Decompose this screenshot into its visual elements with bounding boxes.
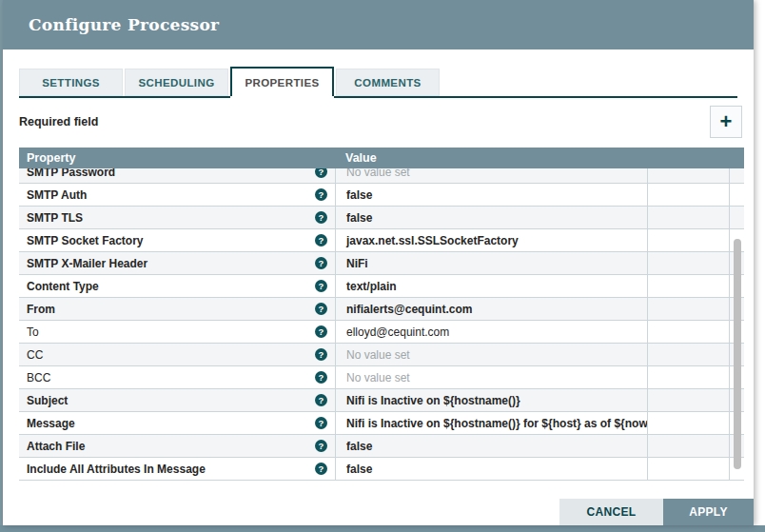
help-icon[interactable]: ? (315, 417, 327, 429)
property-value-cell[interactable]: elloyd@cequint.com (335, 321, 647, 343)
property-value: text/plain (346, 280, 397, 293)
property-value-cell[interactable]: No value set (335, 344, 647, 365)
dialog-body: SETTINGSSCHEDULINGPROPERTIESCOMMENTS Req… (3, 69, 754, 481)
table-row: CC ? No value set (19, 344, 744, 366)
value-column-header: Value (335, 151, 377, 165)
property-name: SMTP TLS (27, 211, 83, 225)
table-row: BCC ? No value set (19, 366, 744, 389)
help-icon[interactable]: ? (315, 234, 327, 246)
property-value-cell[interactable]: No value set (335, 168, 647, 183)
property-name: SMTP Password (27, 168, 115, 179)
row-extra-cell (647, 458, 730, 480)
help-icon[interactable]: ? (315, 303, 327, 315)
property-value-cell[interactable]: text/plain (335, 275, 647, 297)
configure-processor-dialog: Configure Processor SETTINGSSCHEDULINGPR… (3, 0, 754, 525)
property-name: Include All Attributes In Message (27, 463, 206, 476)
property-value: Nifi is Inactive on ${hostname()} for ${… (346, 417, 647, 430)
property-name-cell: CC ? (19, 344, 335, 365)
row-extra-cell (647, 389, 730, 411)
property-value-cell[interactable]: No value set (335, 366, 647, 388)
property-value-cell[interactable]: false (335, 435, 647, 457)
property-name: From (27, 303, 55, 316)
tab-bar: SETTINGSSCHEDULINGPROPERTIESCOMMENTS (19, 69, 737, 98)
row-extra-cell (647, 298, 730, 320)
property-value: NiFi (346, 257, 368, 270)
tab-comments[interactable]: COMMENTS (336, 69, 440, 96)
property-name: Message (27, 417, 75, 430)
table-row: SMTP Socket Factory ? javax.net.ssl.SSLS… (19, 229, 744, 252)
property-name-cell: SMTP Auth ? (19, 184, 335, 206)
help-icon[interactable]: ? (315, 440, 327, 452)
property-name-cell: Content Type ? (19, 275, 335, 297)
help-icon[interactable]: ? (315, 325, 327, 338)
properties-toolbar: Required field + (19, 103, 737, 141)
property-value: false (346, 463, 372, 476)
table-row: To ? elloyd@cequint.com (19, 321, 744, 344)
row-extra-cell (647, 366, 730, 388)
property-name-cell: SMTP Password ? (19, 168, 335, 183)
property-name-cell: Attach File ? (19, 435, 335, 457)
property-value-cell[interactable]: nifialerts@cequint.com (335, 298, 647, 320)
table-row: Content Type ? text/plain (19, 275, 744, 298)
table-row: Message ? Nifi is Inactive on ${hostname… (19, 412, 744, 435)
property-value-cell[interactable]: Nifi is Inactive on ${hostname()} for ${… (335, 412, 647, 434)
help-icon[interactable]: ? (315, 348, 327, 361)
add-property-button[interactable]: + (710, 106, 742, 138)
tab-settings[interactable]: SETTINGS (19, 69, 123, 96)
table-row: Subject ? Nifi is Inactive on ${hostname… (19, 389, 744, 412)
property-value-cell[interactable]: false (335, 458, 647, 480)
row-extra-cell (647, 207, 730, 228)
apply-button[interactable]: APPLY (663, 499, 754, 525)
properties-table-header: Property Value (19, 148, 744, 168)
property-name-cell: SMTP Socket Factory ? (19, 229, 335, 251)
help-icon[interactable]: ? (315, 371, 327, 384)
property-value-cell[interactable]: javax.net.ssl.SSLSocketFactory (335, 229, 647, 251)
row-extra-cell (647, 168, 730, 183)
row-extra-cell (647, 229, 730, 251)
table-row: Attach File ? false (19, 435, 744, 458)
property-name: To (27, 325, 39, 339)
property-value-cell[interactable]: NiFi (335, 252, 647, 274)
property-value: javax.net.ssl.SSLSocketFactory (346, 234, 519, 247)
property-name-cell: SMTP TLS ? (19, 207, 335, 228)
tab-properties[interactable]: PROPERTIES (230, 67, 334, 96)
tab-scheduling[interactable]: SCHEDULING (125, 69, 228, 96)
plus-icon: + (720, 111, 733, 132)
property-name-cell: Message ? (19, 412, 335, 434)
property-name: Attach File (27, 440, 85, 453)
property-value: No value set (346, 168, 410, 179)
row-extra-cell (647, 412, 730, 434)
background-page-bottom-edge (0, 525, 765, 532)
help-icon[interactable]: ? (315, 211, 327, 224)
table-row: SMTP Password ? No value set (19, 168, 744, 184)
property-value: false (346, 188, 372, 202)
property-name-cell: BCC ? (19, 366, 335, 388)
property-name-cell: Subject ? (19, 389, 335, 411)
help-icon[interactable]: ? (315, 280, 327, 292)
dialog-footer: CANCEL APPLY (559, 499, 754, 525)
required-field-legend: Required field (19, 115, 98, 128)
property-name: SMTP Auth (27, 188, 87, 202)
property-value-cell[interactable]: false (335, 184, 647, 206)
row-extra-cell (647, 344, 730, 365)
properties-table-body: SMTP Password ? No value set SMTP Auth ?… (19, 168, 744, 481)
row-extra-cell (647, 252, 730, 274)
property-name: SMTP X-Mailer Header (27, 257, 147, 270)
cancel-button[interactable]: CANCEL (559, 499, 663, 525)
property-name-cell: Include All Attributes In Message ? (19, 458, 335, 480)
row-extra-cell (647, 275, 730, 297)
property-value: Nifi is Inactive on ${hostname()} (346, 394, 520, 407)
help-icon[interactable]: ? (315, 168, 327, 178)
help-icon[interactable]: ? (315, 463, 327, 475)
property-value: false (346, 440, 372, 453)
row-extra-cell (647, 321, 730, 343)
properties-table: Property Value SMTP Password ? No value … (19, 148, 744, 481)
help-icon[interactable]: ? (315, 188, 327, 201)
property-value-cell[interactable]: false (335, 207, 647, 228)
scrollbar-thumb[interactable] (734, 239, 741, 469)
help-icon[interactable]: ? (315, 394, 327, 406)
property-value-cell[interactable]: Nifi is Inactive on ${hostname()} (335, 389, 647, 411)
property-name-cell: To ? (19, 321, 335, 343)
property-value: No value set (346, 348, 410, 362)
help-icon[interactable]: ? (315, 257, 327, 269)
